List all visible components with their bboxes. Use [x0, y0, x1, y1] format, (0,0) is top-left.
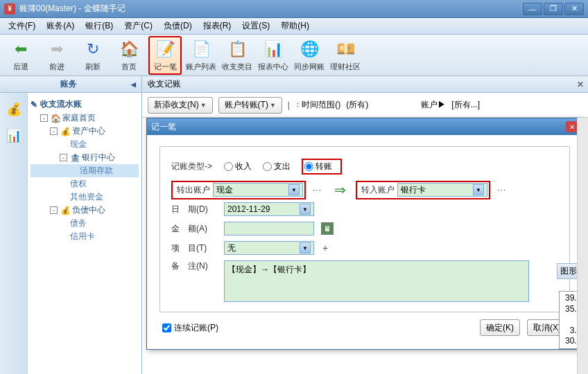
out-account-more[interactable]: ···: [310, 185, 325, 195]
pencil-icon: ✎: [31, 100, 37, 109]
out-account-label: 转出账户: [174, 183, 213, 197]
menu-item[interactable]: 报表(R): [198, 20, 237, 32]
window-title: 账簿00(Master) - 金蝶随手记: [19, 3, 523, 15]
in-account-select[interactable]: 银行卡▼: [397, 183, 487, 197]
node-icon: 🏦: [70, 153, 80, 163]
toolbar-category-button[interactable]: 📋收支类目: [220, 36, 254, 75]
money-label: 金 额(A): [171, 223, 220, 235]
toolbar-forward-button[interactable]: ➡前进: [40, 36, 74, 75]
toolbar-report-button[interactable]: 📊报表中心: [257, 36, 290, 75]
panel-header: 账务 ◀: [0, 76, 141, 93]
arrow-right-icon: ⇒: [334, 181, 346, 198]
nav-tree: ✎ 收支流水账 -🏠家庭首页-💰资产中心现金-🏦银行中心活期存款债权其他资金-💰…: [28, 93, 141, 247]
tree-node[interactable]: -🏠家庭首页: [31, 112, 139, 125]
money-input[interactable]: [224, 222, 314, 235]
expand-icon[interactable]: -: [50, 127, 58, 135]
tree-node[interactable]: -💰负债中心: [31, 204, 139, 217]
acct-filter-label[interactable]: 账户▶: [421, 99, 446, 111]
type-label: 记账类型->: [171, 161, 220, 172]
toolbar-community-button[interactable]: 💴理财社区: [329, 36, 362, 75]
timerange-label[interactable]: ↕ 时间范围(): [295, 99, 340, 111]
acct-filter-all[interactable]: [所有...]: [451, 99, 480, 111]
node-icon: 🏠: [51, 114, 61, 123]
toolbar-refresh-button[interactable]: ↻刷新: [76, 36, 110, 75]
tree-node[interactable]: 信用卡: [31, 230, 139, 243]
in-account-more[interactable]: ···: [494, 185, 509, 195]
acctlist-icon: 📄: [190, 38, 212, 60]
node-icon: 💰: [60, 127, 71, 136]
toolbar-jot-button[interactable]: 📝记一笔: [148, 36, 182, 75]
tree-node[interactable]: 其他资金: [31, 190, 139, 204]
refresh-icon: ↻: [82, 38, 104, 60]
tree-node[interactable]: 债权: [31, 177, 139, 190]
forward-icon: ➡: [46, 38, 68, 60]
radio-transfer[interactable]: 转账: [304, 161, 332, 172]
out-account-box: 转出账户 现金▼: [171, 181, 306, 199]
action-bar: 新添收支(N)▼ 账户转账(T)▼ | ↕ 时间范围() (所有) 账户▶ [所…: [142, 93, 588, 118]
menu-item[interactable]: 帮助(H): [275, 20, 315, 32]
project-select[interactable]: 无▼: [224, 241, 314, 255]
radio-income[interactable]: 收入: [224, 161, 252, 172]
dialog-title-bar: 记一笔 ✕: [147, 118, 582, 135]
expand-icon[interactable]: -: [40, 114, 48, 122]
menu-item[interactable]: 设置(S): [236, 20, 275, 32]
jot-icon: 📝: [154, 38, 176, 60]
panel-chevron-icon[interactable]: ◀: [131, 81, 136, 88]
jot-dialog: 记一笔 ✕ 记账类型-> 收入 支出 转账 转出: [146, 118, 583, 350]
menu-item[interactable]: 文件(F): [3, 20, 41, 32]
app-icon: ¥: [4, 3, 15, 15]
sync-icon: 🌐: [298, 38, 320, 60]
tree-node[interactable]: -💰资产中心: [31, 125, 139, 138]
out-account-select[interactable]: 现金▼: [213, 183, 303, 197]
maximize-button[interactable]: ❐: [544, 3, 563, 15]
expand-icon[interactable]: -: [60, 154, 67, 161]
calculator-icon[interactable]: 🖩: [321, 222, 334, 235]
radio-expense[interactable]: 支出: [263, 161, 291, 172]
menu-item[interactable]: 账务(A): [41, 20, 80, 32]
in-account-label: 转入账户: [358, 183, 397, 197]
expand-icon[interactable]: -: [50, 206, 58, 214]
tree-node[interactable]: 债务: [31, 217, 139, 230]
tree-node[interactable]: -🏦银行中心: [31, 151, 139, 164]
minimize-button[interactable]: —: [523, 3, 542, 15]
vertical-scrollbar[interactable]: [577, 118, 588, 374]
in-account-box: 转入账户 银行卡▼: [356, 181, 490, 199]
community-icon: 💴: [334, 38, 356, 60]
tab-bar: 收支记账 ✕: [142, 76, 588, 93]
project-label: 项 目(T): [171, 242, 220, 254]
menu-item[interactable]: 负债(D): [158, 20, 198, 32]
node-icon: 💰: [60, 206, 71, 215]
icon-strip: 💰 📊: [0, 93, 28, 374]
toolbar-home-button[interactable]: 🏠首页: [112, 36, 146, 75]
dialog-title: 记一笔: [151, 121, 176, 133]
close-button[interactable]: ✕: [564, 3, 584, 15]
note-textarea[interactable]: [224, 260, 529, 302]
toolbar-acctlist-button[interactable]: 📄账户列表: [184, 36, 218, 75]
home-icon: 🏠: [118, 38, 140, 60]
cashbag-icon[interactable]: 💰: [4, 100, 24, 119]
menu-item[interactable]: 银行(B): [80, 20, 119, 32]
title-bar: ¥ 账簿00(Master) - 金蝶随手记 — ❐ ✕: [0, 0, 588, 18]
note-label: 备 注(N): [171, 260, 220, 272]
menu-item[interactable]: 资产(C): [119, 20, 158, 32]
menu-bar: 文件(F)账务(A)银行(B)资产(C)负债(D)报表(R)设置(S)帮助(H): [0, 18, 588, 35]
ok-button[interactable]: 确定(K): [480, 319, 520, 336]
toolbar-sync-button[interactable]: 🌐同步网账: [293, 36, 326, 75]
toolbar-back-button[interactable]: ⬅后退: [4, 36, 37, 75]
tree-title[interactable]: ✎ 收支流水账: [31, 97, 139, 112]
report-icon: 📊: [262, 38, 284, 60]
tab-label[interactable]: 收支记账: [148, 78, 181, 90]
back-icon: ⬅: [10, 38, 32, 60]
continue-checkbox[interactable]: 连续记账(P): [162, 322, 218, 334]
category-icon: 📋: [226, 38, 248, 60]
add-entry-button[interactable]: 新添收支(N)▼: [148, 97, 213, 114]
date-label: 日 期(D): [171, 204, 220, 215]
timerange-all[interactable]: (所有): [346, 99, 368, 111]
project-add-button[interactable]: +: [322, 242, 328, 253]
tree-node[interactable]: 活期存款: [31, 164, 139, 177]
date-select[interactable]: 2012-11-29▼: [224, 202, 314, 216]
transfer-button[interactable]: 账户转账(T)▼: [218, 97, 282, 114]
tab-close-icon[interactable]: ✕: [577, 80, 584, 89]
tree-node[interactable]: 现金: [31, 138, 139, 151]
chart-icon[interactable]: 📊: [4, 126, 24, 145]
